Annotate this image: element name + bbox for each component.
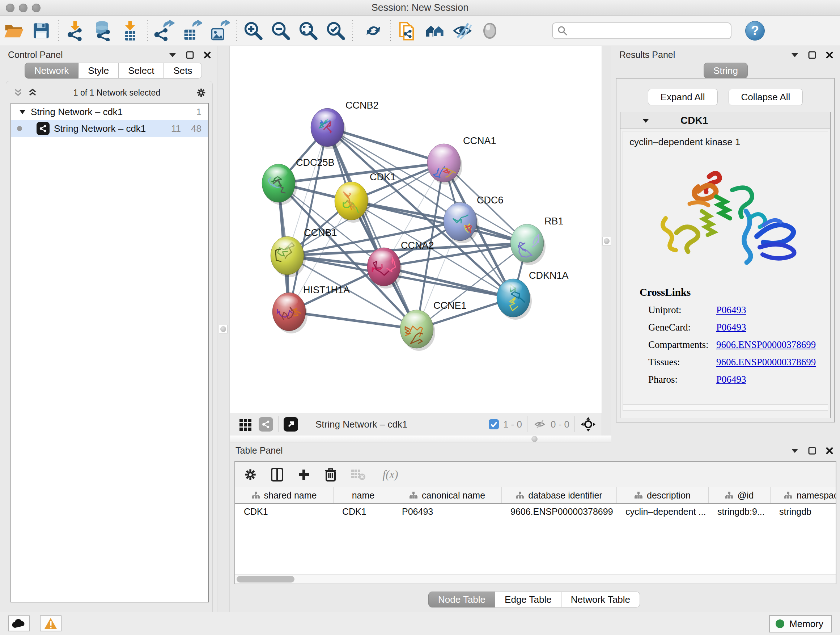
export-network-button[interactable] — [150, 18, 178, 44]
expand-all-button[interactable]: Expand All — [648, 89, 718, 105]
search-input[interactable] — [568, 26, 723, 36]
tab-sets[interactable]: Sets — [164, 63, 202, 79]
table-cell: P06493 — [393, 507, 502, 517]
network-edge[interactable] — [289, 127, 327, 312]
tab-node-table[interactable]: Node Table — [428, 592, 495, 608]
help-button[interactable]: ? — [745, 21, 765, 41]
left-splitter-handle[interactable] — [219, 325, 227, 333]
import-table-from-file-button[interactable] — [117, 18, 144, 44]
tab-select[interactable]: Select — [118, 63, 164, 79]
zoom-in-button[interactable] — [240, 18, 267, 44]
home-networks-button[interactable] — [421, 18, 448, 44]
panel-close-button[interactable] — [202, 50, 212, 60]
network-collection-row[interactable]: String Network – cdk1 1 — [11, 103, 208, 120]
crosslink-link[interactable]: 9606.ENSP00000378699 — [716, 356, 816, 368]
show-columns-button[interactable] — [270, 467, 284, 482]
left-splitter[interactable] — [217, 46, 230, 612]
crosslink-link[interactable]: P06493 — [716, 304, 746, 316]
expand-all-networks-button[interactable] — [28, 88, 37, 97]
network-options-gear-button[interactable] — [196, 88, 206, 97]
delete-column-button[interactable] — [324, 467, 338, 482]
column-header-shared-name[interactable]: shared name — [235, 487, 333, 503]
network-edge[interactable] — [289, 312, 417, 329]
network-canvas[interactable]: CCNB2CCNA1CDC25BCDK1CDC6RB1CCNB1CCNA2CDK… — [230, 46, 602, 413]
column-header--id[interactable]: @id — [709, 487, 771, 503]
eye-slash-icon — [452, 20, 473, 41]
selected-checkbox-icon[interactable] — [488, 418, 500, 430]
panel-menu-button[interactable] — [168, 50, 177, 60]
panel-menu-button[interactable] — [790, 50, 799, 60]
hidden-eye-icon[interactable] — [532, 418, 547, 431]
clone-network-button[interactable] — [393, 18, 421, 44]
panel-float-button[interactable] — [807, 50, 817, 60]
collapse-all-networks-button[interactable] — [13, 88, 23, 97]
birds-eye-toggle-button[interactable] — [580, 416, 597, 432]
panel-float-button[interactable] — [185, 50, 195, 60]
tab-network-table[interactable]: Network Table — [561, 592, 640, 608]
crosslink-link[interactable]: 9606.ENSP00000378699 — [716, 339, 816, 350]
network-node-rb1[interactable]: RB1 — [510, 216, 564, 265]
export-image-button[interactable] — [205, 18, 233, 44]
panel-close-button[interactable] — [825, 50, 834, 60]
search-field[interactable] — [552, 22, 731, 39]
network-edge[interactable] — [384, 267, 513, 298]
detach-view-button[interactable] — [284, 417, 298, 432]
results-scrollbar[interactable] — [623, 404, 828, 410]
zoom-selected-icon — [325, 20, 346, 41]
table-options-gear-button[interactable] — [243, 467, 257, 482]
export-table-button[interactable] — [178, 18, 205, 44]
zoom-out-button[interactable] — [267, 18, 294, 44]
crosslink-label: Uniprot: — [648, 304, 716, 316]
column-header-database-identifier[interactable]: database identifier — [502, 487, 617, 503]
panel-close-button[interactable] — [825, 446, 834, 455]
cloud-status-button[interactable] — [8, 616, 30, 631]
collapse-all-button[interactable]: Collapse All — [729, 89, 803, 105]
memory-label: Memory — [789, 618, 823, 630]
network-view-type-button[interactable] — [259, 417, 273, 432]
zoom-in-icon — [243, 20, 264, 41]
table-row[interactable]: CDK1CDK1P064939606.ENSP00000378699cyclin… — [235, 504, 836, 519]
network-row[interactable]: String Network – cdk1 11 48 — [11, 120, 208, 137]
zoom-fit-button[interactable] — [294, 18, 322, 44]
network-node-ccnb2[interactable]: CCNB2 — [311, 100, 379, 149]
panel-float-button[interactable] — [807, 446, 817, 455]
toolbar-separator — [147, 20, 148, 42]
network-label: String Network – cdk1 — [54, 123, 146, 134]
horizontal-splitter-handle[interactable] — [531, 436, 538, 442]
tab-edge-table[interactable]: Edge Table — [495, 592, 561, 608]
grid-mode-button[interactable] — [238, 417, 253, 432]
zoom-selected-button[interactable] — [322, 18, 349, 44]
import-network-from-database-button[interactable] — [89, 18, 117, 44]
table-scrollbar[interactable] — [235, 574, 836, 584]
open-session-button[interactable] — [0, 18, 27, 44]
network-node-ccna1[interactable]: CCNA1 — [427, 135, 496, 185]
network-node-cdkn1a[interactable]: CDKN1A — [497, 270, 569, 320]
memory-button[interactable]: Memory — [769, 615, 832, 632]
column-header-namespace[interactable]: namespace — [771, 487, 836, 503]
network-node-ccne1[interactable]: CCNE1 — [400, 300, 467, 351]
crosslink-link[interactable]: P06493 — [716, 322, 746, 333]
network-selection-status: 1 of 1 Network selected — [37, 88, 196, 98]
network-edge[interactable] — [327, 127, 417, 329]
network-node-hist1h1a[interactable]: HIST1H1A — [272, 285, 350, 333]
column-header-name[interactable]: name — [333, 487, 393, 503]
node-label: HIST1H1A — [303, 285, 350, 295]
import-network-from-file-button[interactable] — [62, 18, 89, 44]
node-section-header[interactable]: CDK1 — [621, 112, 830, 129]
tab-network[interactable]: Network — [25, 63, 79, 79]
table-scrollbar-thumb[interactable] — [237, 576, 294, 583]
save-session-button[interactable] — [27, 18, 55, 44]
create-column-button[interactable] — [297, 467, 311, 482]
warnings-button[interactable] — [40, 616, 62, 631]
tab-string[interactable]: String — [704, 63, 748, 79]
show-hidden-button[interactable] — [476, 18, 504, 44]
tab-style[interactable]: Style — [79, 63, 118, 79]
apply-layout-button[interactable] — [360, 18, 387, 44]
panel-menu-button[interactable] — [790, 446, 799, 455]
column-header-description[interactable]: description — [617, 487, 709, 503]
crosslink-link[interactable]: P06493 — [716, 374, 746, 385]
hide-selected-button[interactable] — [448, 18, 476, 44]
column-header-canonical-name[interactable]: canonical name — [393, 487, 502, 503]
network-status-dot — [17, 126, 22, 131]
right-splitter-handle[interactable] — [602, 237, 611, 245]
